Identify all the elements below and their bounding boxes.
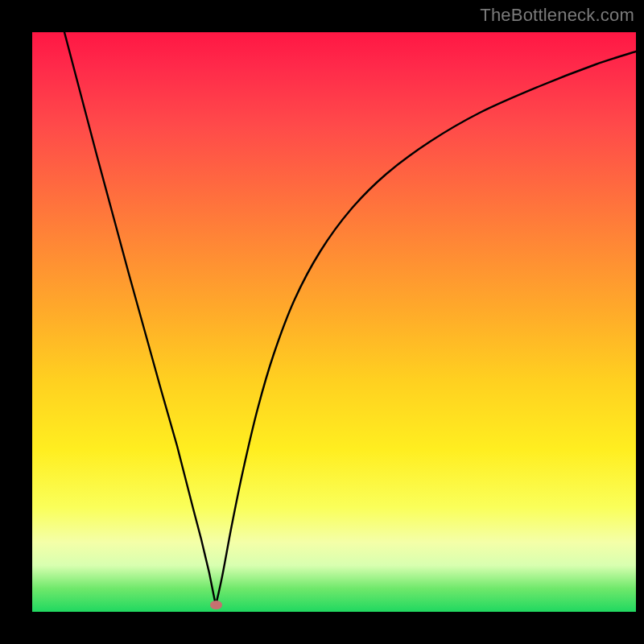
chart-frame: TheBottleneck.com xyxy=(0,0,644,644)
chart-plot-area xyxy=(32,32,636,612)
attribution-label: TheBottleneck.com xyxy=(480,5,634,26)
optimum-marker-icon xyxy=(210,601,222,609)
